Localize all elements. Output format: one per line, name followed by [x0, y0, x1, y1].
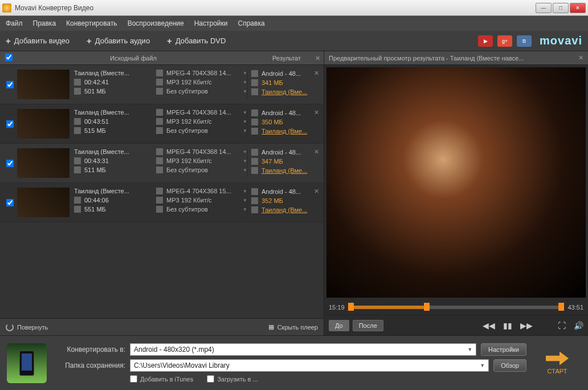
duration: 00:43:51 [84, 118, 109, 125]
add-audio-button[interactable]: +Добавить аудио [87, 36, 150, 46]
menu-file[interactable]: Файл [6, 19, 23, 27]
browse-button[interactable]: Обзор [493, 359, 526, 372]
close-preview-icon[interactable]: ✕ [578, 54, 583, 62]
remove-output-icon[interactable]: ✕ [314, 148, 319, 156]
start-button[interactable]: СТАРТ [533, 346, 581, 380]
menu-help[interactable]: Справка [238, 19, 265, 27]
file-row[interactable]: Таиланд (Вместе... 00:43:31 511 МБ MPEG-… [0, 144, 324, 183]
thumbnail [17, 188, 70, 217]
device-small-icon [251, 188, 258, 195]
app-icon [2, 3, 11, 13]
chevron-down-icon[interactable]: ▼ [243, 159, 247, 164]
remove-output-icon[interactable]: ✕ [314, 109, 319, 116]
add-video-button[interactable]: +Добавить видео [6, 36, 70, 46]
video-icon [156, 70, 163, 76]
file-name: Таиланд (Вместе... [74, 109, 129, 116]
upload-checkbox[interactable]: Загрузить в ... [207, 375, 258, 383]
output-name[interactable]: Таиланд (Вме... [262, 206, 307, 213]
disk-icon [251, 158, 258, 165]
save-to-label: Папка сохранения: [54, 361, 125, 369]
select-all-checkbox[interactable] [5, 54, 13, 61]
close-button[interactable]: ✕ [570, 3, 586, 13]
menu-play[interactable]: Воспроизведение [128, 19, 184, 27]
subtitle-icon [156, 127, 163, 134]
pause-button[interactable]: ▮▮ [503, 321, 512, 330]
thumbnail [17, 148, 70, 178]
video-frame [326, 67, 586, 298]
video-preview[interactable] [326, 67, 586, 298]
googleplus-icon[interactable]: g+ [497, 35, 512, 47]
seek-track[interactable] [348, 306, 565, 309]
chevron-down-icon[interactable]: ▼ [243, 119, 247, 124]
output-name[interactable]: Таиланд (Вме... [262, 88, 307, 95]
marker-playhead[interactable] [424, 303, 430, 311]
row-checkbox[interactable] [6, 160, 14, 167]
remove-output-icon[interactable]: ✕ [314, 70, 319, 77]
before-button[interactable]: До [329, 320, 349, 331]
subtitle-icon [156, 88, 163, 95]
youtube-icon[interactable]: ▶ [478, 35, 493, 47]
volume-button[interactable]: 🔊 [574, 321, 583, 330]
chevron-down-icon[interactable]: ▼ [243, 149, 247, 155]
remove-output-icon[interactable]: ✕ [314, 188, 319, 195]
file-size: 501 МБ [84, 88, 106, 95]
save-to-combo[interactable]: C:\Users\Videos\Movavi Library▼ [130, 359, 489, 372]
marker-start[interactable] [348, 303, 354, 311]
vk-icon[interactable]: B [517, 35, 532, 47]
convert-to-combo[interactable]: Android - 480x320 (*.mp4)▼ [130, 343, 476, 356]
window-buttons: — □ ✕ [536, 3, 586, 13]
file-row[interactable]: Таиланд (Вместе... 00:42:41 501 МБ MPEG-… [0, 65, 324, 104]
settings-button[interactable]: Настройки [481, 343, 526, 356]
disk-icon [251, 79, 258, 86]
audio-icon [156, 118, 163, 125]
seek-fill [348, 306, 424, 309]
menu-edit[interactable]: Правка [33, 19, 56, 27]
clock-icon [74, 79, 81, 86]
chevron-down-icon[interactable]: ▼ [243, 168, 247, 173]
chevron-down-icon[interactable]: ▼ [243, 128, 247, 133]
output-name[interactable]: Таиланд (Вме... [262, 128, 307, 135]
prev-button[interactable]: ◀◀ [483, 321, 495, 330]
marker-end[interactable] [558, 303, 564, 311]
maximize-button[interactable]: □ [553, 3, 569, 13]
row-checkbox[interactable] [6, 120, 14, 128]
rotate-button[interactable]: Повернуть [6, 323, 48, 331]
file-row[interactable]: Таиланд (Вместе... 00:43:51 515 МБ MPEG-… [0, 104, 324, 144]
form-area: Конвертировать в: Android - 480x320 (*.m… [54, 343, 526, 383]
chevron-down-icon[interactable]: ▼ [243, 207, 247, 212]
output-size: 347 МБ [262, 158, 283, 165]
chevron-down-icon[interactable]: ▼ [243, 189, 247, 194]
after-button[interactable]: После [353, 320, 383, 331]
minimize-button[interactable]: — [536, 3, 552, 13]
rotate-icon [6, 323, 14, 331]
row-checkbox[interactable] [6, 81, 14, 88]
subtitle-icon [156, 166, 163, 173]
add-dvd-button[interactable]: +Добавить DVD [167, 36, 226, 46]
video-format: MPEG-4 704X368 14... [166, 70, 231, 76]
convert-to-label: Конвертировать в: [54, 346, 125, 354]
subtitles: Без субтитров [166, 127, 208, 134]
row-checkbox[interactable] [6, 199, 14, 206]
disk-icon [74, 127, 81, 134]
output-preset: Android - 48... [262, 109, 301, 116]
itunes-checkbox[interactable]: Добавить в iTunes [130, 375, 193, 383]
chevron-down-icon[interactable]: ▼ [243, 110, 247, 115]
audio-format: MP3 192 Кбит/с [166, 118, 212, 125]
menu-settings[interactable]: Настройки [194, 19, 228, 27]
chevron-down-icon[interactable]: ▼ [243, 71, 247, 76]
next-button[interactable]: ▶▶ [520, 321, 533, 330]
output-name[interactable]: Таиланд (Вме... [262, 167, 307, 174]
chevron-down-icon[interactable]: ▼ [243, 80, 247, 85]
hide-player-button[interactable]: ▦Скрыть плеер [268, 323, 318, 331]
file-row[interactable]: Таиланд (Вместе... 00:44:06 551 МБ MPEG-… [0, 183, 324, 222]
close-result-icon[interactable]: ✕ [315, 55, 320, 62]
fullscreen-button[interactable]: ⛶ [558, 321, 566, 330]
chevron-down-icon[interactable]: ▼ [243, 198, 247, 203]
menubar: Файл Правка Конвертировать Воспроизведен… [0, 16, 588, 31]
subtitle-icon [156, 206, 163, 213]
menu-convert[interactable]: Конвертировать [66, 19, 117, 27]
output-preset: Android - 48... [262, 188, 301, 195]
chevron-down-icon[interactable]: ▼ [243, 89, 247, 94]
main-area: Исходный файл Результат✕ Таиланд (Вместе… [0, 51, 588, 335]
toolbar: +Добавить видео +Добавить аудио +Добавит… [0, 31, 588, 51]
